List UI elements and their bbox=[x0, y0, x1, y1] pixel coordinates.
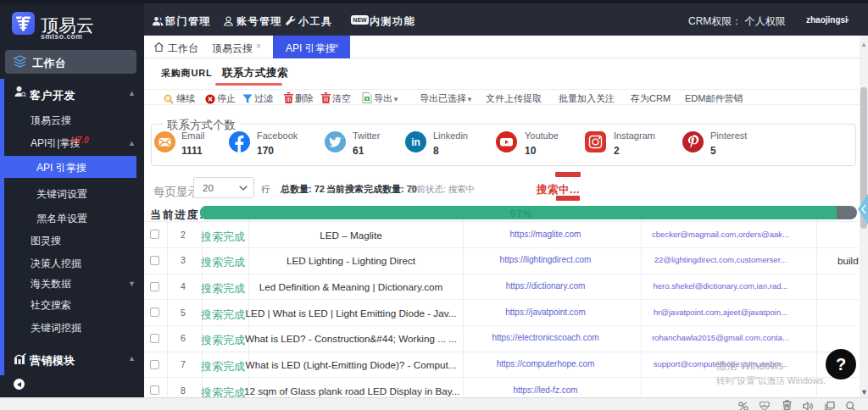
svg-text:in: in bbox=[411, 136, 420, 148]
